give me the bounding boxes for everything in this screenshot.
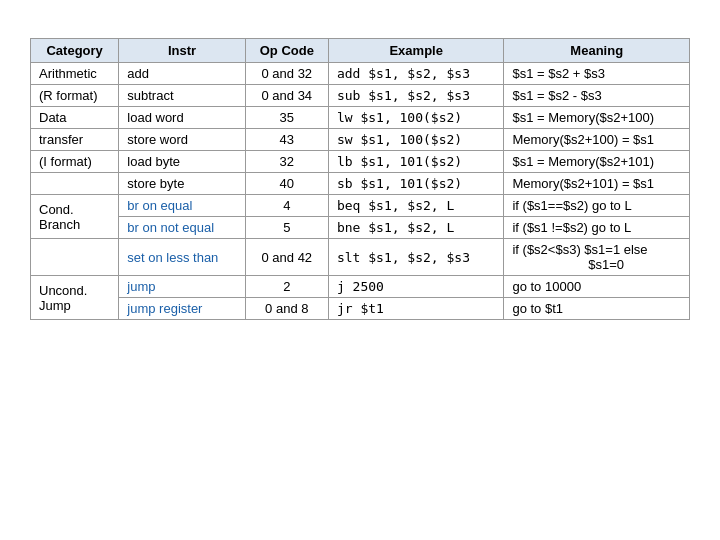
opcode-cell: 0 and 8 <box>245 298 328 320</box>
instr-cell: set on less than <box>119 239 245 276</box>
opcode-cell: 32 <box>245 151 328 173</box>
instr-cell: br on equal <box>119 195 245 217</box>
col-header-instr: Instr <box>119 39 245 63</box>
table-row: transferstore word43sw $s1, 100($s2)Memo… <box>31 129 690 151</box>
meaning-cell: if ($s1 !=$s2) go to L <box>504 217 690 239</box>
example-cell: sub $s1, $s2, $s3 <box>328 85 504 107</box>
example-cell: bne $s1, $s2, L <box>328 217 504 239</box>
meaning-cell: $s1 = $s2 + $s3 <box>504 63 690 85</box>
example-cell: j 2500 <box>328 276 504 298</box>
opcode-cell: 43 <box>245 129 328 151</box>
table-row: (R format)subtract0 and 34sub $s1, $s2, … <box>31 85 690 107</box>
example-cell: lb $s1, 101($s2) <box>328 151 504 173</box>
opcode-cell: 35 <box>245 107 328 129</box>
table-row: br on not equal5bne $s1, $s2, Lif ($s1 !… <box>31 217 690 239</box>
table-row: (I format)load byte32lb $s1, 101($s2)$s1… <box>31 151 690 173</box>
category-cell: Uncond.Jump <box>31 276 119 320</box>
example-cell: lw $s1, 100($s2) <box>328 107 504 129</box>
meaning-cell: $s1 = Memory($s2+100) <box>504 107 690 129</box>
table-row: jump register0 and 8jr $t1go to $t1 <box>31 298 690 320</box>
col-header-opcode: Op Code <box>245 39 328 63</box>
instr-cell: load byte <box>119 151 245 173</box>
opcode-cell: 5 <box>245 217 328 239</box>
table-row: set on less than0 and 42slt $s1, $s2, $s… <box>31 239 690 276</box>
meaning-cell: if ($s2<$s3) $s1=1 else $s1=0 <box>504 239 690 276</box>
opcode-cell: 4 <box>245 195 328 217</box>
meaning-cell: go to 10000 <box>504 276 690 298</box>
meaning-cell: Memory($s2+101) = $s1 <box>504 173 690 195</box>
meaning-cell: Memory($s2+100) = $s1 <box>504 129 690 151</box>
example-cell: beq $s1, $s2, L <box>328 195 504 217</box>
opcode-cell: 0 and 42 <box>245 239 328 276</box>
instr-cell: jump <box>119 276 245 298</box>
instr-cell: store word <box>119 129 245 151</box>
opcode-cell: 0 and 32 <box>245 63 328 85</box>
example-cell: sb $s1, 101($s2) <box>328 173 504 195</box>
instructions-table: Category Instr Op Code Example Meaning A… <box>30 38 690 320</box>
opcode-cell: 0 and 34 <box>245 85 328 107</box>
instr-cell: br on not equal <box>119 217 245 239</box>
instr-cell: store byte <box>119 173 245 195</box>
example-cell: add $s1, $s2, $s3 <box>328 63 504 85</box>
category-cell: Data <box>31 107 119 129</box>
instr-cell: jump register <box>119 298 245 320</box>
example-cell: slt $s1, $s2, $s3 <box>328 239 504 276</box>
table-row: Uncond.Jumpjump2j 2500go to 10000 <box>31 276 690 298</box>
col-header-example: Example <box>328 39 504 63</box>
example-cell: jr $t1 <box>328 298 504 320</box>
category-cell: transfer <box>31 129 119 151</box>
meaning-cell: $s1 = $s2 - $s3 <box>504 85 690 107</box>
category-cell <box>31 173 119 195</box>
instr-cell: load word <box>119 107 245 129</box>
category-cell: (R format) <box>31 85 119 107</box>
meaning-cell: if ($s1==$s2) go to L <box>504 195 690 217</box>
category-cell: Cond.Branch <box>31 195 119 239</box>
category-cell: Arithmetic <box>31 63 119 85</box>
category-cell <box>31 239 119 276</box>
instr-cell: subtract <box>119 85 245 107</box>
example-cell: sw $s1, 100($s2) <box>328 129 504 151</box>
meaning-cell: $s1 = Memory($s2+101) <box>504 151 690 173</box>
opcode-cell: 2 <box>245 276 328 298</box>
table-row: Cond.Branchbr on equal4beq $s1, $s2, Lif… <box>31 195 690 217</box>
meaning-cell: go to $t1 <box>504 298 690 320</box>
category-cell: (I format) <box>31 151 119 173</box>
table-row: Dataload word35lw $s1, 100($s2)$s1 = Mem… <box>31 107 690 129</box>
page: Category Instr Op Code Example Meaning A… <box>0 0 720 540</box>
table-row: store byte40sb $s1, 101($s2)Memory($s2+1… <box>31 173 690 195</box>
opcode-cell: 40 <box>245 173 328 195</box>
col-header-meaning: Meaning <box>504 39 690 63</box>
table-row: Arithmeticadd0 and 32add $s1, $s2, $s3$s… <box>31 63 690 85</box>
col-header-category: Category <box>31 39 119 63</box>
instr-cell: add <box>119 63 245 85</box>
